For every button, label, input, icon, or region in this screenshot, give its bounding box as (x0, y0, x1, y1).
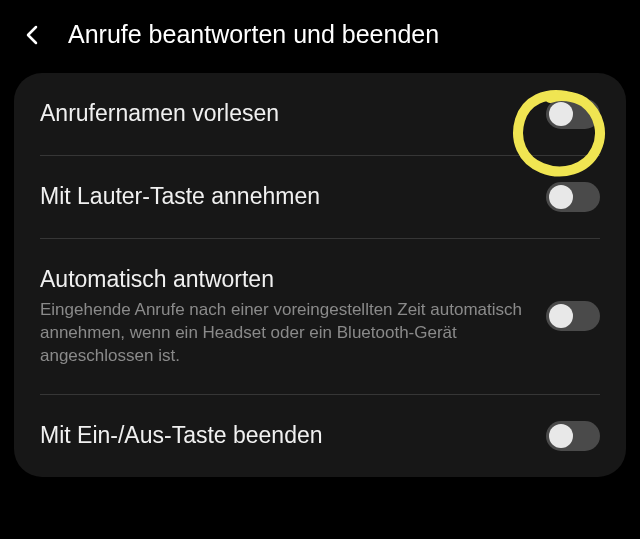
row-title: Mit Ein-/Aus-Taste beenden (40, 421, 526, 451)
row-subtitle: Eingehende Anrufe nach einer voreingeste… (40, 299, 526, 368)
setting-row-power-key[interactable]: Mit Ein-/Aus-Taste beenden (40, 395, 600, 477)
toggle-caller-name[interactable] (546, 99, 600, 129)
setting-row-auto-answer[interactable]: Automatisch antworten Eingehende Anrufe … (40, 239, 600, 395)
row-text: Anrufernamen vorlesen (40, 99, 526, 129)
back-icon[interactable] (20, 22, 46, 48)
toggle-knob (549, 102, 573, 126)
toggle-auto-answer[interactable] (546, 301, 600, 331)
row-text: Mit Lauter-Taste annehmen (40, 182, 526, 212)
header: Anrufe beantworten und beenden (0, 0, 640, 73)
row-title: Mit Lauter-Taste annehmen (40, 182, 526, 212)
row-title: Automatisch antworten (40, 265, 526, 295)
toggle-knob (549, 424, 573, 448)
toggle-knob (549, 185, 573, 209)
settings-card: Anrufernamen vorlesen Mit Lauter-Taste a… (14, 73, 626, 477)
toggle-volume-key[interactable] (546, 182, 600, 212)
row-text: Mit Ein-/Aus-Taste beenden (40, 421, 526, 451)
row-title: Anrufernamen vorlesen (40, 99, 526, 129)
page-title: Anrufe beantworten und beenden (68, 20, 439, 49)
row-text: Automatisch antworten Eingehende Anrufe … (40, 265, 526, 368)
toggle-knob (549, 304, 573, 328)
setting-row-caller-name[interactable]: Anrufernamen vorlesen (40, 73, 600, 156)
setting-row-volume-key[interactable]: Mit Lauter-Taste annehmen (40, 156, 600, 239)
toggle-power-key[interactable] (546, 421, 600, 451)
